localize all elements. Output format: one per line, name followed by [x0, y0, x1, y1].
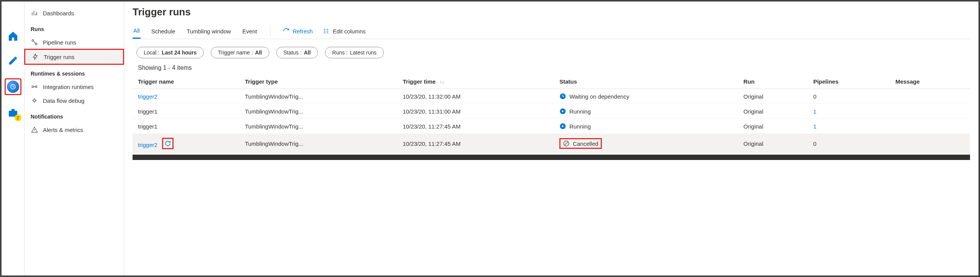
refresh-label: Refresh	[293, 28, 313, 35]
trigger-type-cell: TumblingWindowTrig...	[239, 134, 397, 153]
status-cell: Cancelled	[559, 138, 602, 149]
col-run[interactable]: Run	[738, 74, 808, 89]
rerun-button[interactable]	[162, 138, 174, 149]
pill-value: All	[255, 49, 262, 56]
nav-trigger-runs[interactable]: Trigger runs	[24, 49, 124, 65]
nav-label: Integration runtimes	[43, 84, 94, 90]
status-running-icon	[559, 108, 566, 115]
status-running-icon	[559, 123, 566, 130]
author-icon[interactable]	[6, 54, 20, 68]
svg-point-3	[32, 86, 34, 88]
status-cell: Waiting on dependency	[559, 93, 733, 100]
filter-pills: Local : Last 24 hours Trigger name : All…	[136, 47, 970, 58]
tab-event[interactable]: Event	[242, 24, 258, 38]
home-icon[interactable]	[6, 29, 20, 43]
pipelines-text: 0	[813, 140, 816, 147]
trigger-name-link[interactable]: trigger2	[138, 142, 157, 148]
scroll-strip[interactable]	[133, 155, 970, 160]
svg-point-5	[33, 99, 36, 102]
trigger-time-cell: 10/23/20, 11:27:45 AM	[397, 119, 554, 134]
monitor-icon[interactable]	[5, 78, 21, 95]
edit-columns-label: Edit columns	[333, 28, 365, 35]
col-message[interactable]: Message	[890, 74, 970, 89]
col-pipelines[interactable]: Pipelines	[808, 74, 890, 89]
nav-head-notifications: Notifications	[25, 110, 124, 123]
page-title: Trigger runs	[133, 6, 970, 18]
nav-alerts-metrics[interactable]: Alerts & metrics	[25, 123, 124, 137]
filter-local[interactable]: Local : Last 24 hours	[136, 47, 204, 58]
trigger-type-cell: TumblingWindowTrig...	[239, 89, 397, 104]
status-text: Waiting on dependency	[569, 93, 629, 100]
status-text: Running	[569, 123, 591, 130]
filter-trigger-name[interactable]: Trigger name : All	[211, 47, 269, 58]
table-row[interactable]: trigger2TumblingWindowTrig...10/23/20, 1…	[133, 134, 970, 153]
trigger-runs-icon	[31, 53, 39, 61]
tab-all[interactable]: All	[133, 23, 141, 39]
status-text: Running	[569, 108, 591, 115]
trigger-time-cell: 10/23/20, 11:27:45 AM	[397, 134, 554, 153]
pill-value: All	[304, 49, 311, 56]
refresh-button[interactable]: Refresh	[283, 28, 313, 35]
pipelines-link[interactable]: 1	[813, 123, 816, 130]
trigger-time-cell: 10/23/20, 11:31:00 AM	[397, 104, 554, 119]
pill-key: Status :	[284, 49, 302, 56]
side-nav: Dashboards Runs Pipeline runs Trigger ru…	[25, 2, 124, 275]
run-cell: Original	[738, 134, 808, 153]
manage-badge: 2	[15, 114, 21, 121]
trigger-time-cell: 10/23/20, 11:32:00 AM	[397, 89, 554, 104]
run-cell: Original	[738, 89, 808, 104]
trigger-name-text: trigger1	[138, 108, 157, 115]
col-trigger-time[interactable]: Trigger time ↑↓	[397, 74, 554, 89]
nav-label: Dashboards	[43, 10, 74, 16]
table-row[interactable]: trigger1TumblingWindowTrig...10/23/20, 1…	[133, 119, 970, 134]
showing-count: Showing 1 - 4 items	[138, 64, 970, 71]
edit-columns-button[interactable]: Edit columns	[323, 28, 365, 35]
filter-runs[interactable]: Runs : Latest runs	[325, 47, 384, 58]
status-waiting-icon	[559, 93, 566, 100]
nav-integration-runtimes[interactable]: Integration runtimes	[25, 80, 124, 94]
status-cell: Running	[559, 123, 733, 130]
pipelines-text: 0	[813, 93, 816, 100]
svg-line-10	[565, 142, 568, 145]
nav-label: Trigger runs	[44, 54, 74, 60]
message-cell	[890, 89, 970, 104]
col-trigger-time-label: Trigger time	[403, 78, 436, 85]
tab-divider	[270, 26, 270, 36]
main-content: Trigger runs All Schedule Tumbling windo…	[124, 2, 978, 275]
col-trigger-name[interactable]: Trigger name	[133, 74, 239, 89]
table-row[interactable]: trigger1TumblingWindowTrig...10/23/20, 1…	[133, 104, 970, 119]
svg-point-4	[35, 86, 37, 88]
nav-dashboards[interactable]: Dashboards	[25, 6, 124, 20]
nav-label: Pipeline runs	[43, 39, 76, 46]
alerts-icon	[31, 126, 38, 134]
trigger-name-text: trigger1	[138, 123, 157, 130]
trigger-name-link[interactable]: trigger2	[138, 93, 157, 100]
col-trigger-type[interactable]: Trigger type	[239, 74, 397, 89]
tab-schedule[interactable]: Schedule	[151, 24, 176, 38]
manage-icon[interactable]: 2	[6, 106, 20, 120]
sort-indicator-icon: ↑↓	[439, 79, 444, 85]
run-cell: Original	[738, 104, 808, 119]
run-cell: Original	[738, 119, 808, 134]
message-cell	[890, 104, 970, 119]
left-rail: 2	[2, 2, 25, 275]
pill-key: Trigger name :	[218, 49, 253, 56]
nav-pipeline-runs[interactable]: Pipeline runs	[25, 35, 124, 49]
tab-tumbling-window[interactable]: Tumbling window	[186, 24, 231, 38]
nav-data-flow-debug[interactable]: Data flow debug	[25, 94, 124, 107]
table-row[interactable]: trigger2TumblingWindowTrig...10/23/20, 1…	[133, 89, 970, 104]
pipelines-link[interactable]: 1	[813, 108, 816, 115]
pill-key: Runs :	[332, 49, 347, 56]
status-text: Cancelled	[573, 140, 598, 147]
data-flow-debug-icon	[31, 97, 38, 104]
trigger-runs-table: Trigger name Trigger type Trigger time ↑…	[133, 74, 970, 153]
nav-head-runs: Runs	[25, 23, 124, 35]
pill-value: Latest runs	[350, 49, 377, 56]
pill-key: Local :	[144, 49, 159, 56]
col-status[interactable]: Status	[554, 74, 738, 89]
filter-status[interactable]: Status : All	[276, 47, 318, 58]
status-cell: Running	[559, 108, 733, 115]
trigger-type-cell: TumblingWindowTrig...	[239, 104, 397, 119]
trigger-type-cell: TumblingWindowTrig...	[239, 119, 397, 134]
expand-rail-icon[interactable]	[6, 5, 20, 18]
